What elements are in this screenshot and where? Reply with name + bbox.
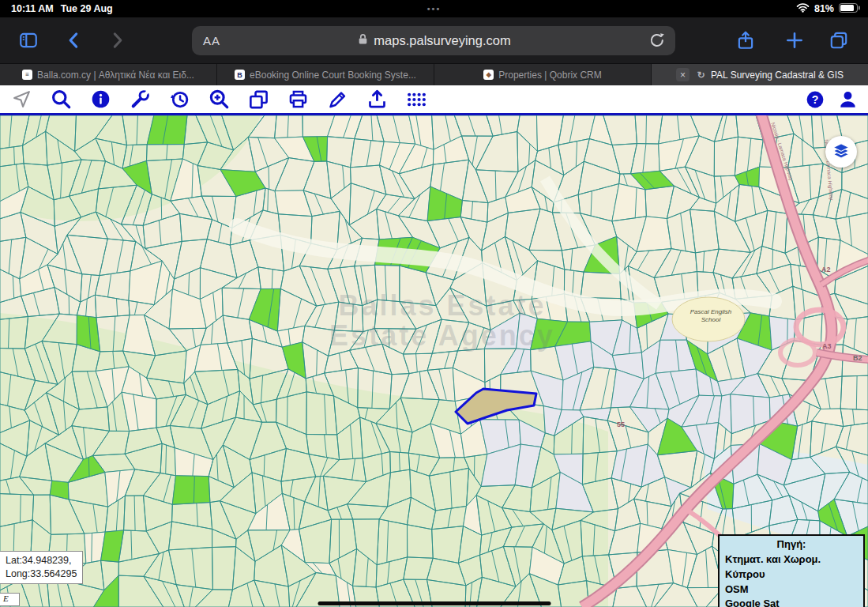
coordinates-box: Lat:34.948239, Long:33.564295 <box>0 551 83 584</box>
reload-icon[interactable] <box>645 32 675 51</box>
print-icon[interactable] <box>287 89 309 110</box>
edit-pencil-icon[interactable] <box>327 89 348 110</box>
wifi-icon <box>796 2 810 15</box>
back-icon[interactable] <box>63 30 85 52</box>
latitude-value: Lat:34.948239, <box>6 554 77 567</box>
tabs-overview-icon[interactable] <box>828 30 850 52</box>
ipad-screen: 10:11 AM Tue 29 Aug ••• 81% <box>0 0 868 607</box>
layers-button[interactable] <box>825 136 857 168</box>
status-left: 10:11 AM Tue 29 Aug <box>0 3 113 14</box>
tools-wrench-icon[interactable] <box>130 89 151 110</box>
help-icon[interactable]: ? <box>804 89 825 110</box>
status-date: Tue 29 Aug <box>61 3 113 14</box>
battery-percent: 81% <box>814 3 834 14</box>
url-text: maps.palsurveying.com <box>374 33 510 48</box>
url-field[interactable]: maps.palsurveying.com <box>224 33 645 48</box>
map-toolbar: ? <box>0 85 868 115</box>
grid-menu-icon[interactable] <box>406 89 427 110</box>
home-indicator[interactable] <box>318 601 550 605</box>
share-icon[interactable] <box>735 30 757 52</box>
reader-aa-button[interactable]: AA <box>192 34 224 47</box>
tab-balla[interactable]: ≡ Balla.com.cy | Αθλητικά Νέα και Ειδ... <box>0 64 217 85</box>
status-right: 81% <box>796 2 868 15</box>
source-google-sat[interactable]: Google Sat <box>725 597 858 607</box>
tab-bar: ≡ Balla.com.cy | Αθλητικά Νέα και Ειδ...… <box>0 63 868 85</box>
tab-label: Properties | Qobrix CRM <box>498 70 601 81</box>
tab-label: Balla.com.cy | Αθλητικά Νέα και Ειδ... <box>37 70 194 81</box>
address-bar[interactable]: AA maps.palsurveying.com <box>192 26 675 55</box>
sidebar-icon[interactable] <box>17 30 39 52</box>
source-title: Πηγή: <box>725 537 858 552</box>
overlap-windows-icon[interactable] <box>248 89 269 110</box>
lock-icon <box>358 33 368 48</box>
tab-favicon: B <box>235 70 245 80</box>
search-icon[interactable] <box>51 89 72 110</box>
battery-icon <box>839 3 860 15</box>
layers-icon <box>831 141 851 162</box>
map-toolbar-right: ? <box>804 89 859 110</box>
tab-favicon: ≡ <box>22 70 32 80</box>
upload-icon[interactable] <box>366 89 388 110</box>
status-time: 10:11 AM <box>11 3 54 14</box>
source-osm[interactable]: OSM <box>725 582 858 598</box>
tab-favicon: ◆ <box>483 70 494 80</box>
tab-close-icon[interactable]: × <box>676 68 690 81</box>
map-toolbar-left <box>0 89 427 110</box>
status-bar: 10:11 AM Tue 29 Aug ••• 81% <box>0 0 868 17</box>
map-area: Ballas Estate Estate Agency Pascal Engli… <box>0 115 868 607</box>
info-icon[interactable] <box>90 89 111 110</box>
history-icon[interactable] <box>169 89 190 110</box>
hemisphere-label: E <box>0 593 20 606</box>
user-icon[interactable] <box>837 89 859 110</box>
tab-favicon: ↻ <box>696 70 706 80</box>
ellipsis-icon: ••• <box>427 4 442 13</box>
tab-label: eBooking Online Court Booking Syste... <box>250 70 416 81</box>
tab-pal-surveying[interactable]: × ↻ PAL Surveying Cadastral & GIS <box>652 64 868 85</box>
cadastral-map[interactable] <box>0 115 868 607</box>
zoom-in-icon[interactable] <box>209 89 230 110</box>
browser-toolbar: AA maps.palsurveying.com <box>0 17 868 63</box>
longitude-value: Long:33.564295 <box>6 567 77 581</box>
tab-qobrix[interactable]: ◆ Properties | Qobrix CRM <box>434 64 652 85</box>
forward-icon[interactable] <box>106 30 128 52</box>
tab-label: PAL Surveying Cadastral & GIS <box>711 70 844 81</box>
tab-ebooking[interactable]: B eBooking Online Court Booking Syste... <box>217 64 434 85</box>
new-tab-icon[interactable] <box>783 30 806 52</box>
map-source-box: Πηγή: Κτηματ. και Χωρομ. Κύπρου OSM Goog… <box>718 534 865 607</box>
svg-text:?: ? <box>811 92 818 105</box>
source-cadastral[interactable]: Κτηματ. και Χωρομ. Κύπρου <box>725 552 858 582</box>
locate-arrow-icon[interactable] <box>11 89 32 110</box>
